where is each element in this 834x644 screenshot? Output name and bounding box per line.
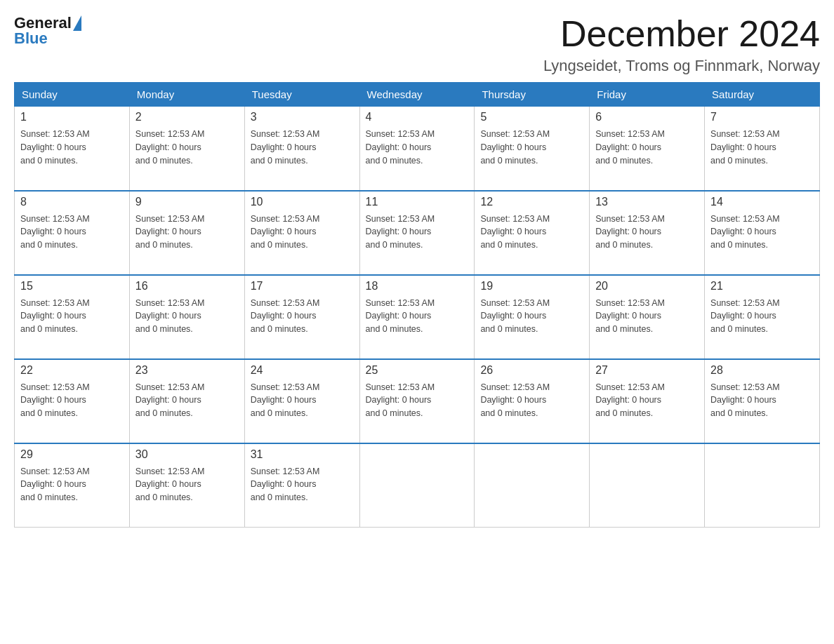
day-number: 8 — [20, 196, 124, 208]
day-info: Sunset: 12:53 AM Daylight: 0 hours and 0… — [20, 297, 124, 336]
calendar-cell: 16Sunset: 12:53 AM Daylight: 0 hours and… — [129, 275, 244, 359]
calendar-cell: 1Sunset: 12:53 AM Daylight: 0 hours and … — [15, 107, 130, 191]
day-number: 30 — [135, 448, 239, 461]
day-number: 29 — [20, 448, 124, 461]
calendar-cell: 2Sunset: 12:53 AM Daylight: 0 hours and … — [129, 107, 244, 191]
calendar-cell: 17Sunset: 12:53 AM Daylight: 0 hours and… — [244, 275, 359, 359]
calendar-cell: 4Sunset: 12:53 AM Daylight: 0 hours and … — [359, 107, 475, 191]
calendar-cell — [475, 443, 590, 528]
page-header: General Blue December 2024 Lyngseidet, T… — [14, 14, 820, 75]
day-number: 25 — [366, 364, 469, 377]
day-info: Sunset: 12:53 AM Daylight: 0 hours and 0… — [251, 297, 354, 336]
day-number: 22 — [20, 364, 124, 377]
logo-blue-text: Blue — [14, 29, 48, 48]
day-number: 9 — [135, 196, 239, 208]
calendar-cell — [359, 443, 475, 528]
calendar-cell: 27Sunset: 12:53 AM Daylight: 0 hours and… — [590, 359, 705, 443]
day-number: 7 — [710, 111, 814, 123]
header-wednesday: Wednesday — [359, 83, 475, 107]
calendar-cell: 11Sunset: 12:53 AM Daylight: 0 hours and… — [359, 191, 475, 275]
calendar-cell — [705, 443, 820, 528]
day-info: Sunset: 12:53 AM Daylight: 0 hours and 0… — [251, 213, 354, 252]
location-title: Lyngseidet, Troms og Finnmark, Norway — [543, 57, 820, 75]
day-number: 2 — [135, 111, 239, 123]
day-number: 27 — [595, 364, 699, 377]
day-number: 13 — [595, 196, 699, 208]
calendar-cell: 29Sunset: 12:53 AM Daylight: 0 hours and… — [15, 443, 130, 528]
logo: General Blue — [14, 14, 81, 48]
day-number: 28 — [710, 364, 814, 377]
day-info: Sunset: 12:53 AM Daylight: 0 hours and 0… — [480, 297, 583, 336]
calendar-cell: 13Sunset: 12:53 AM Daylight: 0 hours and… — [590, 191, 705, 275]
calendar-cell: 9Sunset: 12:53 AM Daylight: 0 hours and … — [129, 191, 244, 275]
week-row-3: 15Sunset: 12:53 AM Daylight: 0 hours and… — [15, 275, 820, 359]
calendar-cell: 19Sunset: 12:53 AM Daylight: 0 hours and… — [475, 275, 590, 359]
calendar-cell: 7Sunset: 12:53 AM Daylight: 0 hours and … — [705, 107, 820, 191]
day-info: Sunset: 12:53 AM Daylight: 0 hours and 0… — [595, 381, 699, 420]
header-sunday: Sunday — [15, 83, 130, 107]
day-info: Sunset: 12:53 AM Daylight: 0 hours and 0… — [366, 213, 469, 252]
day-number: 26 — [480, 364, 583, 377]
day-info: Sunset: 12:53 AM Daylight: 0 hours and 0… — [135, 465, 239, 504]
day-info: Sunset: 12:53 AM Daylight: 0 hours and 0… — [135, 213, 239, 252]
day-info: Sunset: 12:53 AM Daylight: 0 hours and 0… — [480, 381, 583, 420]
day-number: 20 — [595, 280, 699, 293]
calendar-cell: 8Sunset: 12:53 AM Daylight: 0 hours and … — [15, 191, 130, 275]
title-area: December 2024 Lyngseidet, Troms og Finnm… — [543, 14, 820, 75]
calendar-cell: 14Sunset: 12:53 AM Daylight: 0 hours and… — [705, 191, 820, 275]
day-number: 16 — [135, 280, 239, 293]
day-number: 19 — [480, 280, 583, 293]
calendar-cell: 3Sunset: 12:53 AM Daylight: 0 hours and … — [244, 107, 359, 191]
calendar-cell: 20Sunset: 12:53 AM Daylight: 0 hours and… — [590, 275, 705, 359]
day-info: Sunset: 12:53 AM Daylight: 0 hours and 0… — [135, 381, 239, 420]
calendar-cell: 10Sunset: 12:53 AM Daylight: 0 hours and… — [244, 191, 359, 275]
week-row-4: 22Sunset: 12:53 AM Daylight: 0 hours and… — [15, 359, 820, 443]
day-info: Sunset: 12:53 AM Daylight: 0 hours and 0… — [710, 128, 814, 167]
day-number: 6 — [595, 111, 699, 123]
week-row-5: 29Sunset: 12:53 AM Daylight: 0 hours and… — [15, 443, 820, 528]
day-number: 3 — [251, 111, 354, 123]
day-number: 5 — [480, 111, 583, 123]
day-number: 12 — [480, 196, 583, 208]
day-number: 11 — [366, 196, 469, 208]
day-number: 23 — [135, 364, 239, 377]
header-friday: Friday — [590, 83, 705, 107]
day-number: 4 — [366, 111, 469, 123]
calendar-cell: 12Sunset: 12:53 AM Daylight: 0 hours and… — [475, 191, 590, 275]
calendar-cell: 30Sunset: 12:53 AM Daylight: 0 hours and… — [129, 443, 244, 528]
day-info: Sunset: 12:53 AM Daylight: 0 hours and 0… — [710, 297, 814, 336]
calendar-cell: 24Sunset: 12:53 AM Daylight: 0 hours and… — [244, 359, 359, 443]
header-tuesday: Tuesday — [244, 83, 359, 107]
calendar-cell: 15Sunset: 12:53 AM Daylight: 0 hours and… — [15, 275, 130, 359]
week-row-2: 8Sunset: 12:53 AM Daylight: 0 hours and … — [15, 191, 820, 275]
calendar-cell: 5Sunset: 12:53 AM Daylight: 0 hours and … — [475, 107, 590, 191]
calendar-cell: 28Sunset: 12:53 AM Daylight: 0 hours and… — [705, 359, 820, 443]
logo-triangle-icon — [73, 15, 81, 31]
day-info: Sunset: 12:53 AM Daylight: 0 hours and 0… — [251, 381, 354, 420]
day-info: Sunset: 12:53 AM Daylight: 0 hours and 0… — [710, 381, 814, 420]
day-number: 21 — [710, 280, 814, 293]
calendar-table: Sunday Monday Tuesday Wednesday Thursday… — [14, 82, 820, 528]
header-saturday: Saturday — [705, 83, 820, 107]
calendar-cell: 26Sunset: 12:53 AM Daylight: 0 hours and… — [475, 359, 590, 443]
day-info: Sunset: 12:53 AM Daylight: 0 hours and 0… — [20, 381, 124, 420]
calendar-cell: 6Sunset: 12:53 AM Daylight: 0 hours and … — [590, 107, 705, 191]
calendar-cell: 22Sunset: 12:53 AM Daylight: 0 hours and… — [15, 359, 130, 443]
day-number: 24 — [251, 364, 354, 377]
day-number: 18 — [366, 280, 469, 293]
day-info: Sunset: 12:53 AM Daylight: 0 hours and 0… — [20, 465, 124, 504]
day-number: 15 — [20, 280, 124, 293]
day-info: Sunset: 12:53 AM Daylight: 0 hours and 0… — [135, 297, 239, 336]
day-info: Sunset: 12:53 AM Daylight: 0 hours and 0… — [251, 128, 354, 167]
calendar-cell: 21Sunset: 12:53 AM Daylight: 0 hours and… — [705, 275, 820, 359]
calendar-cell: 25Sunset: 12:53 AM Daylight: 0 hours and… — [359, 359, 475, 443]
calendar-cell — [590, 443, 705, 528]
header-thursday: Thursday — [475, 83, 590, 107]
calendar-cell: 18Sunset: 12:53 AM Daylight: 0 hours and… — [359, 275, 475, 359]
day-info: Sunset: 12:53 AM Daylight: 0 hours and 0… — [480, 213, 583, 252]
weekday-header-row: Sunday Monday Tuesday Wednesday Thursday… — [15, 83, 820, 107]
day-number: 31 — [251, 448, 354, 461]
header-monday: Monday — [129, 83, 244, 107]
day-info: Sunset: 12:53 AM Daylight: 0 hours and 0… — [595, 213, 699, 252]
day-info: Sunset: 12:53 AM Daylight: 0 hours and 0… — [595, 128, 699, 167]
